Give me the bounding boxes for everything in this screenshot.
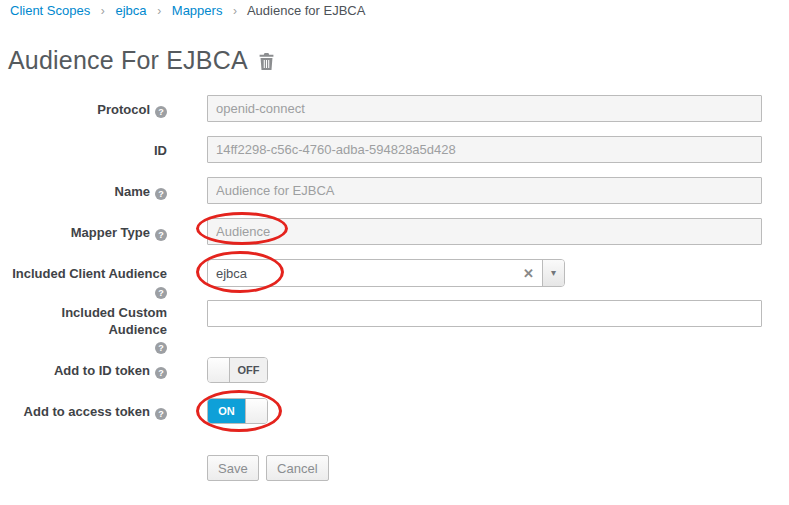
breadcrumb-separator: › [226, 4, 244, 18]
toggle-state-label: OFF [230, 358, 267, 382]
form-row-id: ID [0, 136, 789, 163]
form-row-included-client-audience: Included Client Audience? ✕ ▾ [0, 259, 789, 299]
chevron-down-icon: ▾ [551, 268, 556, 278]
id-label: ID [0, 136, 167, 163]
add-to-access-token-label: Add to access token? [0, 398, 167, 424]
breadcrumb-mappers[interactable]: Mappers [172, 3, 223, 18]
form-row-add-to-access-token: Add to access token? ON [0, 398, 789, 424]
form-row-protocol: Protocol? [0, 95, 789, 122]
form-row-add-to-id-token: Add to ID token? OFF [0, 357, 789, 383]
breadcrumb-client-scopes[interactable]: Client Scopes [10, 3, 90, 18]
breadcrumb-separator: › [94, 4, 112, 18]
add-to-access-token-toggle[interactable]: ON [207, 398, 268, 424]
help-icon[interactable]: ? [155, 367, 167, 379]
form-row-mapper-type: Mapper Type? [0, 218, 789, 245]
page-title: Audience For EJBCA [8, 46, 275, 75]
protocol-input [207, 95, 762, 122]
breadcrumb-separator: › [150, 4, 168, 18]
help-icon[interactable]: ? [155, 106, 167, 118]
page: Client Scopes › ejbca › Mappers › Audien… [0, 0, 789, 505]
form-row-actions: Save Cancel [0, 455, 789, 481]
toggle-handle [245, 399, 267, 423]
help-icon[interactable]: ? [155, 342, 167, 354]
help-icon[interactable]: ? [155, 188, 167, 200]
included-custom-audience-input[interactable] [207, 300, 762, 327]
included-client-audience-label: Included Client Audience? [0, 259, 167, 299]
trash-icon[interactable] [258, 50, 275, 71]
id-input [207, 136, 762, 163]
help-icon[interactable]: ? [155, 408, 167, 420]
included-client-audience-combobox: ✕ ▾ [207, 259, 565, 287]
toggle-state-label: ON [208, 399, 245, 423]
included-client-audience-input[interactable] [208, 260, 519, 286]
protocol-label: Protocol? [0, 95, 167, 122]
help-icon[interactable]: ? [155, 287, 167, 299]
add-to-id-token-toggle[interactable]: OFF [207, 357, 268, 383]
breadcrumb-current: Audience for EJBCA [247, 3, 366, 18]
form-row-included-custom-audience: Included Custom Audience ? [0, 300, 789, 354]
form-row-name: Name? [0, 177, 789, 204]
toggle-handle [208, 358, 230, 382]
save-button[interactable]: Save [207, 455, 259, 481]
page-title-text: Audience For EJBCA [8, 46, 248, 75]
breadcrumb-ejbca[interactable]: ejbca [115, 3, 146, 18]
name-label: Name? [0, 177, 167, 204]
name-input [207, 177, 762, 204]
cancel-button[interactable]: Cancel [266, 455, 328, 481]
breadcrumb: Client Scopes › ejbca › Mappers › Audien… [10, 2, 365, 20]
help-icon[interactable]: ? [155, 229, 167, 241]
clear-icon[interactable]: ✕ [519, 267, 542, 280]
mapper-type-label: Mapper Type? [0, 218, 167, 245]
included-custom-audience-label: Included Custom Audience ? [0, 300, 167, 354]
dropdown-button[interactable]: ▾ [542, 260, 564, 286]
mapper-type-input [207, 218, 762, 245]
add-to-id-token-label: Add to ID token? [0, 357, 167, 383]
